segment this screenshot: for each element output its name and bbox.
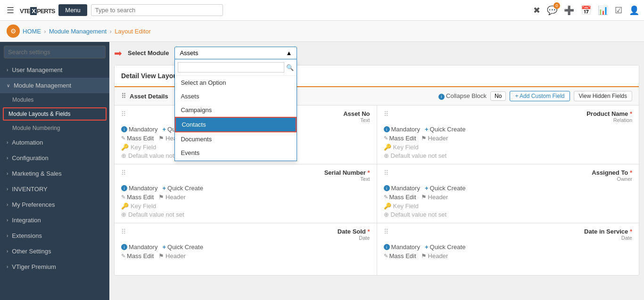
mass-edit-button[interactable]: ✎ Mass Edit [121, 252, 154, 259]
sidebar-search-input[interactable] [4, 46, 106, 58]
mandatory-badge[interactable]: i Mandatory [121, 185, 157, 192]
field-name: Serial Number * [129, 169, 370, 176]
mandatory-badge[interactable]: i Mandatory [384, 185, 420, 192]
module-option-select[interactable]: Select an Option [175, 76, 297, 89]
detail-view-title: Detail View Layout [121, 72, 179, 80]
module-dropdown-wrapper: Assets ▲ 🔍 Select an Option Assets Campa… [174, 47, 297, 59]
field-card-date-sold: ⠿ Date Sold * Date i Mandatory [115, 223, 377, 275]
sidebar-item-inventory[interactable]: › INVENTORY [0, 181, 109, 197]
drag-handle-icon: ⠿ [121, 110, 126, 118]
mandatory-badge[interactable]: i Mandatory [384, 126, 420, 133]
breadcrumb-module-management[interactable]: Module Management [49, 28, 107, 35]
field-header: ⠿ Serial Number * Text [121, 169, 370, 182]
global-search-input[interactable] [91, 4, 223, 16]
sidebar-item-extensions[interactable]: › Extensions [0, 228, 109, 243]
module-search-input[interactable] [178, 62, 284, 73]
check-icon[interactable]: ☑ [615, 5, 622, 16]
edit-icon: ✎ [384, 194, 388, 200]
dropdown-scroll[interactable]: Select an Option Assets Campaigns Contac… [175, 76, 297, 161]
required-star: * [367, 228, 370, 235]
field-edit-row: ✎ Mass Edit ⚑ Header [384, 252, 633, 259]
arrow-right-icon: ➡ [114, 48, 122, 59]
breadcrumb-home[interactable]: HOME [23, 28, 41, 35]
key-field-row[interactable]: 🔑 Key Field [384, 144, 633, 151]
user-icon[interactable]: 👤 [629, 5, 639, 16]
header-label[interactable]: ⚑ Header [158, 194, 186, 201]
sidebar-item-vtiger-premium[interactable]: › VTiger Premium [0, 259, 109, 275]
sidebar-item-label: VTiger Premium [12, 263, 56, 270]
sidebar-item-configuration[interactable]: › Configuration [0, 150, 109, 166]
chevron-right-icon: › [7, 155, 8, 161]
sidebar-item-modules[interactable]: Modules [0, 93, 109, 106]
sidebar-item-label: Marketing & Sales [12, 170, 62, 177]
collapse-toggle[interactable]: No [490, 91, 506, 101]
mass-edit-button[interactable]: ✎ Mass Edit [121, 135, 154, 142]
field-actions-row: i Mandatory + Quick Create [384, 126, 633, 133]
module-option-faq[interactable]: FAQ [175, 160, 297, 161]
mass-edit-button[interactable]: ✎ Mass Edit [384, 194, 416, 201]
module-option-documents[interactable]: Documents [175, 132, 297, 146]
sidebar-item-automation[interactable]: › Automation [0, 135, 109, 150]
default-value-row: ⊕ Default value not set [121, 211, 370, 218]
plus-icon: + [425, 126, 429, 133]
module-option-events[interactable]: Events [175, 146, 297, 160]
hamburger-icon[interactable]: ☰ [5, 3, 16, 17]
sidebar-item-module-layouts[interactable]: Module Layouts & Fields [3, 107, 107, 121]
module-search-row: 🔍 [175, 59, 297, 76]
info-icon: i [384, 185, 390, 191]
chevron-up-icon: ▲ [286, 49, 292, 57]
menu-button[interactable]: Menu [58, 4, 87, 16]
mass-edit-button[interactable]: ✎ Mass Edit [384, 135, 416, 142]
sidebar-item-my-preferences[interactable]: › My Preferences [0, 197, 109, 212]
field-type: Date [129, 235, 370, 241]
sidebar-item-module-numbering[interactable]: Module Numbering [0, 122, 109, 135]
add-custom-field-button[interactable]: + Add Custom Field [510, 91, 570, 101]
calendar-icon[interactable]: 📅 [581, 5, 591, 16]
module-option-contacts[interactable]: Contacts [175, 117, 297, 132]
mandatory-badge[interactable]: i Mandatory [121, 126, 157, 133]
chevron-down-icon: ∨ [7, 83, 10, 88]
header-label[interactable]: ⚑ Header [421, 135, 448, 142]
chart-icon[interactable]: 📊 [598, 5, 608, 16]
mass-edit-button[interactable]: ✎ Mass Edit [384, 252, 416, 259]
circle-icon: ⊕ [121, 211, 126, 218]
header-label[interactable]: ⚑ Header [421, 252, 448, 259]
sidebar-item-label: Automation [12, 139, 43, 146]
header-label[interactable]: ⚑ Header [158, 252, 186, 259]
quick-create-badge[interactable]: + Quick Create [425, 243, 465, 251]
quick-create-badge[interactable]: + Quick Create [162, 185, 203, 192]
required-star: * [630, 110, 632, 117]
field-name: Product Name * [391, 110, 633, 117]
module-dropdown-button[interactable]: Assets ▲ [174, 47, 297, 59]
module-option-assets[interactable]: Assets [175, 89, 297, 103]
key-field-row[interactable]: 🔑 Key Field [121, 203, 370, 210]
quick-create-badge[interactable]: + Quick Create [425, 126, 465, 133]
key-field-row[interactable]: 🔑 Key Field [384, 203, 633, 210]
module-dropdown-menu: 🔍 Select an Option Assets Campaigns Cont… [174, 59, 297, 161]
module-option-campaigns[interactable]: Campaigns [175, 103, 297, 117]
top-nav: ☰ VTEXPERTS Menu ✖ 💬 0 ➕ 📅 📊 ☑ 👤 [0, 0, 644, 21]
quick-create-badge[interactable]: + Quick Create [425, 185, 465, 192]
sidebar-item-other-settings[interactable]: › Other Settings [0, 243, 109, 259]
sidebar-item-integration[interactable]: › Integration [0, 212, 109, 228]
notifications-icon[interactable]: 💬 0 [547, 5, 557, 16]
info-icon: i [438, 94, 445, 100]
field-edit-row: ✎ Mass Edit ⚑ Header [121, 252, 370, 259]
logo: VTEXPERTS [20, 5, 55, 16]
drag-handle-icon: ⠿ [384, 228, 388, 235]
mass-edit-button[interactable]: ✎ Mass Edit [121, 194, 154, 201]
sidebar-item-user-management[interactable]: › User Management [0, 62, 109, 78]
sidebar-item-module-management[interactable]: ∨ Module Management [0, 78, 109, 93]
view-hidden-fields-button[interactable]: View Hidden Fields [574, 91, 633, 101]
mandatory-badge[interactable]: i Mandatory [121, 243, 157, 251]
notification-badge: 0 [553, 2, 560, 9]
plus-icon[interactable]: ➕ [564, 5, 574, 16]
quick-create-badge[interactable]: + Quick Create [162, 243, 203, 251]
header-label[interactable]: ⚑ Header [421, 194, 448, 201]
sidebar-item-marketing[interactable]: › Marketing & Sales [0, 166, 109, 181]
vtiger-icon[interactable]: ✖ [533, 5, 540, 16]
mandatory-badge[interactable]: i Mandatory [384, 243, 420, 251]
sidebar-item-label: Integration [12, 217, 41, 224]
module-select-row: ➡ Select Module Assets ▲ 🔍 Select an Opt… [114, 47, 639, 59]
flag-icon: ⚑ [158, 252, 164, 259]
